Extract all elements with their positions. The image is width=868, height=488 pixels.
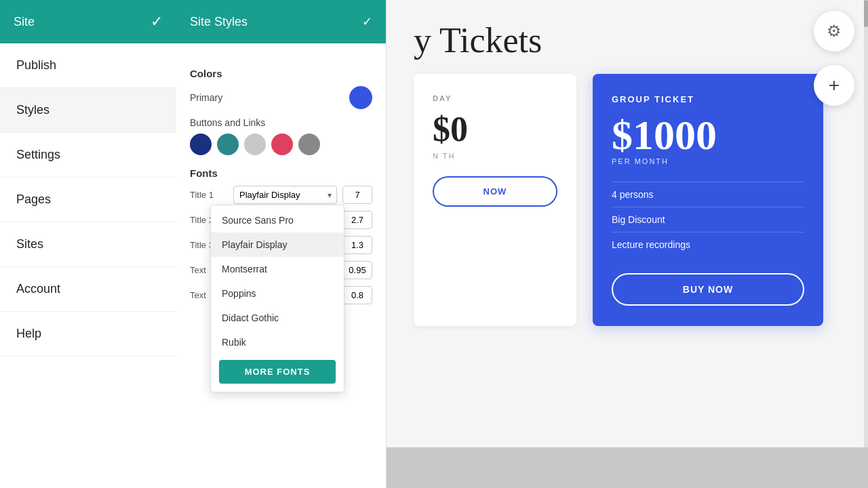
font-option-poppins[interactable]: Poppins xyxy=(211,281,344,306)
feature-lecture-recordings: Lecture recordings xyxy=(612,232,804,257)
swatch-navy[interactable] xyxy=(190,134,212,155)
standard-ticket-price: $0 xyxy=(433,109,557,149)
primary-color-label: Primary xyxy=(190,92,222,103)
sidebar: Site ✓ Publish Styles Settings Pages Sit… xyxy=(0,0,176,488)
font-row-title1: Title 1 Playfair Display Source Sans Pro… xyxy=(190,186,372,204)
sidebar-item-sites[interactable]: Sites xyxy=(0,222,176,267)
fonts-section-title: Fonts xyxy=(190,167,372,179)
styles-panel-header: Site Styles ✓ xyxy=(176,0,386,43)
gear-icon: ⚙ xyxy=(827,22,842,41)
sidebar-check-icon[interactable]: ✓ xyxy=(151,13,163,30)
bottom-bar xyxy=(387,447,868,488)
swatch-pink[interactable] xyxy=(271,134,293,155)
font-option-didact-gothic[interactable]: Didact Gothic xyxy=(211,306,344,330)
sidebar-nav: Publish Styles Settings Pages Sites Acco… xyxy=(0,43,176,357)
colors-section-title: Colors xyxy=(190,68,372,79)
sidebar-item-publish[interactable]: Publish xyxy=(0,43,176,88)
font-option-source-sans-pro[interactable]: Source Sans Pro xyxy=(211,208,344,232)
group-ticket-type: GROUP TICKET xyxy=(612,94,804,104)
sidebar-item-pages[interactable]: Pages xyxy=(0,178,176,222)
styles-panel-title: Site Styles xyxy=(190,15,248,29)
primary-color-row: Primary xyxy=(190,86,372,109)
swatch-lightgray[interactable] xyxy=(244,134,266,155)
standard-buy-now-button[interactable]: NOW xyxy=(433,176,557,207)
gear-float-button[interactable]: ⚙ xyxy=(814,11,854,52)
group-ticket-period: PER MONTH xyxy=(612,157,804,165)
font-select-wrapper-title1: Playfair Display Source Sans Pro Montser… xyxy=(233,186,337,204)
standard-ticket-type: DAY xyxy=(433,94,557,102)
swatch-gray[interactable] xyxy=(298,134,320,155)
font-option-playfair-display[interactable]: Playfair Display xyxy=(211,232,344,257)
font-dropdown: Source Sans Pro Playfair Display Montser… xyxy=(210,205,344,392)
more-fonts-button[interactable]: MORE FONTS xyxy=(219,360,336,384)
sidebar-item-account[interactable]: Account xyxy=(0,267,176,312)
group-price-currency: $ xyxy=(612,112,633,158)
font-size-text1[interactable] xyxy=(342,261,372,279)
font-select-title1[interactable]: Playfair Display Source Sans Pro Montser… xyxy=(233,186,337,204)
swatch-teal[interactable] xyxy=(217,134,239,155)
standard-ticket-period: N TH xyxy=(433,152,557,160)
plus-icon: + xyxy=(829,75,840,96)
sidebar-site-label: Site xyxy=(14,15,35,29)
font-size-title3[interactable] xyxy=(342,236,372,254)
sidebar-item-help[interactable]: Help xyxy=(0,312,176,357)
add-float-button[interactable]: + xyxy=(814,65,854,106)
font-size-text2[interactable] xyxy=(342,286,372,304)
font-size-title1[interactable] xyxy=(342,186,372,204)
color-swatches-row xyxy=(190,134,372,155)
group-ticket-price: $1000 xyxy=(612,114,804,156)
group-ticket-features: 4 persons Big Discount Lecture recording… xyxy=(612,182,804,257)
feature-big-discount: Big Discount xyxy=(612,207,804,232)
standard-ticket-card: DAY $0 N TH NOW xyxy=(414,74,576,326)
sidebar-item-settings[interactable]: Settings xyxy=(0,133,176,178)
group-buy-now-button[interactable]: BUY NOW xyxy=(612,273,804,306)
primary-color-swatch[interactable] xyxy=(349,86,372,109)
font-size-title2[interactable] xyxy=(342,211,372,229)
main-content: y Tickets DAY $0 N TH NOW GROUP TICKET $… xyxy=(387,0,868,488)
font-label-title1: Title 1 xyxy=(190,190,228,200)
font-option-rubik[interactable]: Rubik xyxy=(211,330,344,354)
styles-panel-check-icon[interactable]: ✓ xyxy=(362,14,372,29)
scrollbar-thumb[interactable] xyxy=(864,0,868,27)
feature-4-persons: 4 persons xyxy=(612,182,804,207)
scrollbar-track xyxy=(864,0,868,488)
page-content-area: y Tickets DAY $0 N TH NOW GROUP TICKET $… xyxy=(387,0,868,346)
standard-price-currency: $ xyxy=(433,110,450,148)
font-option-montserrat[interactable]: Montserrat xyxy=(211,257,344,281)
page-title: y Tickets xyxy=(414,20,841,60)
tickets-area: DAY $0 N TH NOW GROUP TICKET $1000 PER M… xyxy=(414,74,841,326)
sidebar-item-styles[interactable]: Styles xyxy=(0,88,176,133)
buttons-links-label: Buttons and Links xyxy=(190,117,372,128)
sidebar-header: Site ✓ xyxy=(0,0,176,43)
group-ticket-card: GROUP TICKET $1000 PER MONTH 4 persons B… xyxy=(593,74,823,326)
